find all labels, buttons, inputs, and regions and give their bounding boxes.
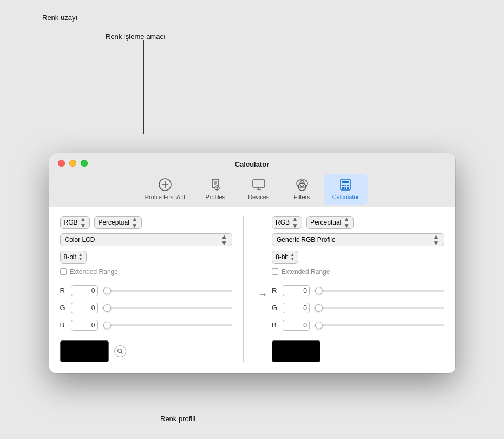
left-color-space-select[interactable]: RGB ▲▼: [60, 216, 90, 229]
left-extended-range-row: Extended Range: [60, 268, 233, 276]
svg-rect-19: [345, 185, 346, 186]
left-b-track[interactable]: [102, 324, 233, 326]
right-g-thumb[interactable]: [315, 304, 323, 312]
close-button[interactable]: [58, 160, 65, 167]
left-g-label: G: [60, 304, 67, 312]
right-color-space-select[interactable]: RGB ▲▼: [272, 216, 302, 229]
plus-circle-icon: [158, 177, 173, 192]
right-r-input[interactable]: 0: [283, 285, 310, 296]
right-sliders: R 0 G 0 B 0: [272, 280, 444, 331]
tab-profiles[interactable]: Profiles: [194, 174, 237, 205]
columns-wrapper: RGB ▲▼ Perceptual ▲▼ Color LCD ▲▼ 8-bit: [60, 216, 444, 362]
toolbar: Profile First Aid Profiles: [136, 174, 368, 207]
left-r-label: R: [60, 286, 67, 294]
left-panel: RGB ▲▼ Perceptual ▲▼ Color LCD ▲▼ 8-bit: [60, 216, 233, 362]
left-top-selects: RGB ▲▼ Perceptual ▲▼: [60, 216, 233, 229]
right-bit-depth-value: 8-bit: [276, 253, 288, 261]
right-b-thumb[interactable]: [315, 322, 323, 329]
calculator-window: Calculator Profile First Aid: [49, 153, 455, 373]
svg-rect-17: [342, 181, 349, 183]
right-r-track[interactable]: [314, 290, 444, 292]
left-r-track[interactable]: [102, 290, 233, 292]
right-r-thumb[interactable]: [315, 287, 323, 294]
minimize-button[interactable]: [69, 160, 76, 167]
right-slider-b: B 0: [272, 320, 444, 331]
right-g-input[interactable]: 0: [283, 303, 310, 313]
svg-point-24: [117, 349, 121, 352]
right-extended-range-label: Extended Range: [282, 268, 330, 276]
tab-calculator[interactable]: Calculator: [324, 174, 368, 205]
right-extended-range-checkbox[interactable]: [272, 268, 278, 275]
content-area: RGB ▲▼ Perceptual ▲▼ Color LCD ▲▼ 8-bit: [49, 207, 455, 373]
left-extended-range-checkbox[interactable]: [60, 268, 67, 275]
left-extended-range-label: Extended Range: [70, 268, 118, 276]
left-r-thumb[interactable]: [103, 287, 111, 294]
annotation-renk-uzayi: Renk uzayı: [42, 14, 77, 22]
tab-filters-label: Filters: [294, 194, 310, 200]
right-bit-depth-select[interactable]: 8-bit ▲▼: [272, 251, 298, 264]
svg-rect-18: [342, 185, 344, 186]
tab-devices[interactable]: Devices: [237, 174, 280, 205]
left-rendering-intent-value: Perceptual: [98, 219, 129, 226]
right-bit-arrows: ▲▼: [290, 253, 294, 261]
tab-profile-first-aid-label: Profile First Aid: [145, 194, 185, 200]
left-profile-arrows: ▲▼: [221, 233, 227, 246]
left-bit-arrows: ▲▼: [78, 253, 83, 261]
left-r-input[interactable]: 0: [71, 285, 98, 296]
left-sliders: R 0 G 0 B 0: [60, 280, 233, 331]
left-profile-value: Color LCD: [65, 236, 95, 244]
right-color-space-arrows: ▲▼: [292, 216, 298, 229]
gear-icon: [208, 177, 223, 192]
right-g-track[interactable]: [314, 307, 444, 309]
right-g-label: G: [272, 304, 278, 312]
left-g-input[interactable]: 0: [71, 303, 98, 313]
right-rendering-intent-select[interactable]: Perceptual ▲▼: [306, 216, 354, 229]
left-b-thumb[interactable]: [103, 322, 111, 329]
svg-rect-10: [253, 180, 265, 187]
right-rendering-intent-value: Perceptual: [310, 219, 341, 226]
left-bit-depth-select[interactable]: 8-bit ▲▼: [60, 251, 87, 264]
left-g-thumb[interactable]: [103, 304, 111, 312]
left-slider-b: B 0: [60, 320, 233, 331]
left-g-track[interactable]: [102, 307, 233, 309]
right-profile-dropdown[interactable]: Generic RGB Profile ▲▼: [272, 233, 444, 246]
right-color-swatch: [272, 340, 320, 362]
left-b-input[interactable]: 0: [71, 320, 98, 331]
svg-rect-22: [345, 187, 346, 189]
right-b-track[interactable]: [314, 324, 444, 326]
right-panel: RGB ▲▼ Perceptual ▲▼ Generic RGB Profile…: [272, 216, 444, 362]
left-color-space-value: RGB: [64, 219, 78, 226]
right-profile-arrows: ▲▼: [433, 233, 440, 246]
left-b-label: B: [60, 321, 67, 329]
svg-rect-23: [347, 187, 349, 189]
maximize-button[interactable]: [81, 160, 88, 167]
right-r-label: R: [272, 286, 278, 294]
left-color-space-arrows: ▲▼: [80, 216, 87, 229]
right-extended-range-row: Extended Range: [272, 268, 444, 276]
left-slider-g: G 0: [60, 303, 233, 313]
left-rendering-intent-arrows: ▲▼: [132, 216, 138, 229]
left-rendering-intent-select[interactable]: Perceptual ▲▼: [94, 216, 141, 229]
monitor-icon: [251, 177, 266, 192]
right-color-space-value: RGB: [276, 219, 290, 226]
annotation-renk-isleme: Renk işleme amacı: [106, 32, 166, 41]
svg-rect-21: [342, 187, 344, 189]
vertical-divider: [243, 216, 244, 362]
right-slider-r: R 0: [272, 285, 444, 296]
tab-profiles-label: Profiles: [205, 194, 225, 200]
tab-profile-first-aid[interactable]: Profile First Aid: [136, 174, 194, 205]
right-b-input[interactable]: 0: [283, 320, 310, 331]
titlebar: Calculator Profile First Aid: [49, 153, 455, 207]
window-title: Calculator: [235, 160, 270, 168]
left-bottom-row: [60, 335, 233, 362]
calculator-icon: [338, 177, 353, 192]
annotation-renk-profili: Renk profili: [160, 415, 195, 423]
right-bottom-row: [272, 335, 444, 362]
svg-rect-20: [347, 185, 349, 186]
left-search-button[interactable]: [114, 345, 126, 357]
right-b-label: B: [272, 321, 278, 329]
left-color-swatch: [60, 340, 109, 362]
left-profile-dropdown[interactable]: Color LCD ▲▼: [60, 233, 233, 246]
tab-filters[interactable]: Filters: [280, 174, 324, 205]
traffic-lights: [58, 160, 88, 167]
